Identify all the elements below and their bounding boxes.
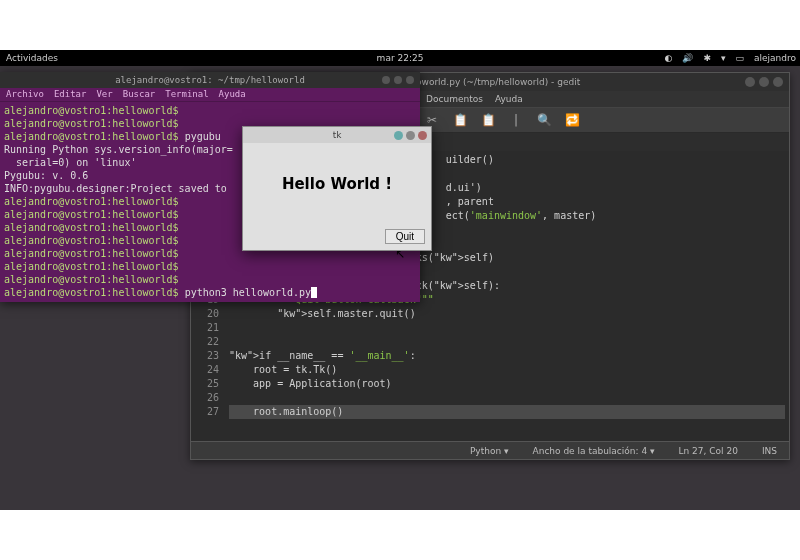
copy-icon[interactable]: 📋 bbox=[451, 111, 469, 129]
menu-ayuda[interactable]: Ayuda bbox=[219, 88, 246, 101]
tk-window: tk Hello World ! Quit bbox=[242, 126, 432, 251]
activities-button[interactable]: Actividades bbox=[0, 53, 58, 63]
status-mode: INS bbox=[762, 446, 777, 456]
desktop: Actividades mar 22:25 ◐ 🔊 ✱ ▾ ▭ alejandr… bbox=[0, 50, 800, 510]
maximize-icon[interactable] bbox=[394, 76, 402, 84]
terminal-title-text: alejandro@vostro1: ~/tmp/helloworld bbox=[115, 74, 305, 87]
terminal-menubar: ArchivoEditarVerBuscarTerminalAyuda bbox=[0, 88, 420, 102]
menu-ver[interactable]: Ver bbox=[96, 88, 112, 101]
find-icon[interactable]: 🔍 bbox=[535, 111, 553, 129]
clock[interactable]: mar 22:25 bbox=[377, 53, 424, 63]
volume-icon[interactable]: 🔊 bbox=[682, 53, 693, 63]
status-lang[interactable]: Python ▾ bbox=[470, 446, 509, 456]
close-icon[interactable] bbox=[418, 131, 427, 140]
battery-icon[interactable]: ▭ bbox=[735, 53, 744, 63]
terminal-titlebar[interactable]: alejandro@vostro1: ~/tmp/helloworld bbox=[0, 72, 420, 88]
menu-documentos[interactable]: Documentos bbox=[426, 94, 483, 104]
menu-terminal[interactable]: Terminal bbox=[165, 88, 208, 101]
tk-label: Hello World ! bbox=[243, 143, 431, 225]
maximize-icon[interactable] bbox=[406, 131, 415, 140]
paste-icon[interactable]: 📋 bbox=[479, 111, 497, 129]
menu-ayuda[interactable]: Ayuda bbox=[495, 94, 523, 104]
menu-editar[interactable]: Editar bbox=[54, 88, 87, 101]
minimize-icon[interactable] bbox=[745, 77, 755, 87]
network-icon[interactable]: ▾ bbox=[721, 53, 726, 63]
replace-icon[interactable]: 🔁 bbox=[563, 111, 581, 129]
minimize-icon[interactable] bbox=[394, 131, 403, 140]
maximize-icon[interactable] bbox=[759, 77, 769, 87]
quit-button[interactable]: Quit bbox=[385, 229, 425, 244]
user-menu[interactable]: alejandro bbox=[754, 53, 796, 63]
menu-archivo[interactable]: Archivo bbox=[6, 88, 44, 101]
close-icon[interactable] bbox=[406, 76, 414, 84]
menu-buscar[interactable]: Buscar bbox=[123, 88, 156, 101]
system-tray: ◐ 🔊 ✱ ▾ ▭ alejandro bbox=[665, 53, 796, 63]
tk-titlebar[interactable]: tk bbox=[243, 127, 431, 143]
accessibility-icon[interactable]: ◐ bbox=[665, 53, 673, 63]
status-tabwidth[interactable]: Ancho de la tabulación: 4 ▾ bbox=[533, 446, 655, 456]
gedit-statusbar: Python ▾ Ancho de la tabulación: 4 ▾ Ln … bbox=[191, 441, 789, 459]
tk-title-text: tk bbox=[333, 130, 342, 140]
sep-icon: | bbox=[507, 111, 525, 129]
status-position: Ln 27, Col 20 bbox=[679, 446, 738, 456]
close-icon[interactable] bbox=[773, 77, 783, 87]
bluetooth-icon[interactable]: ✱ bbox=[703, 53, 711, 63]
gedit-title-text: helloworld.py (~/tmp/helloworld) - gedit bbox=[400, 77, 580, 87]
gnome-topbar: Actividades mar 22:25 ◐ 🔊 ✱ ▾ ▭ alejandr… bbox=[0, 50, 800, 66]
minimize-icon[interactable] bbox=[382, 76, 390, 84]
